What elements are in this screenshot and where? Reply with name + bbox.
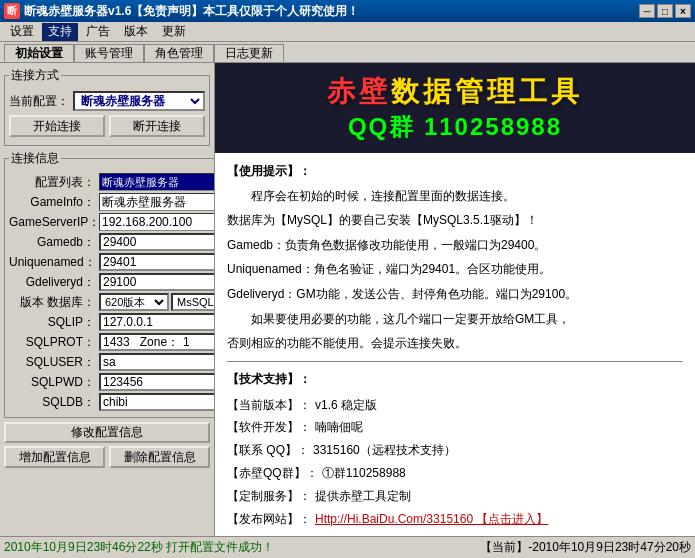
config-list-value: 断魂赤壁服务器 bbox=[99, 173, 215, 191]
uniquenamed-row: Uniquenamed： 29401 bbox=[9, 253, 215, 271]
gamedb-label: Gamedb： bbox=[9, 234, 99, 251]
connect-info-legend: 连接信息 bbox=[9, 150, 61, 167]
software-dev-label: 【软件开发】： bbox=[227, 416, 311, 439]
sqlprot-row: SQLPROT： 1433 Zone： 1 bbox=[9, 333, 215, 351]
modify-config-button[interactable]: 修改配置信息 bbox=[4, 422, 210, 443]
tech-support: 【技术支持】： 【当前版本】： v1.6 稳定版 【软件开发】： 喃喃佃呢 【联… bbox=[227, 368, 683, 531]
tab-log-update[interactable]: 日志更新 bbox=[214, 44, 284, 62]
banner-title-red: 赤壁 bbox=[327, 76, 391, 107]
maximize-button[interactable]: □ bbox=[657, 4, 673, 18]
chibi-qq-label: 【赤壁QQ群】： bbox=[227, 462, 318, 485]
sqlprot-label: SQLPROT： bbox=[9, 334, 99, 351]
sqlip-value[interactable]: 127.0.0.1 bbox=[99, 313, 215, 331]
version-label: 版本 数据库： bbox=[9, 294, 99, 311]
title-bar: 断 断魂赤壁服务器v1.6【免责声明】本工具仅限于个人研究使用！ ─ □ × bbox=[0, 0, 695, 22]
menu-settings[interactable]: 设置 bbox=[4, 23, 40, 41]
tip2: 数据库为【MySQL】的要自己安装【MySQL3.5.1驱动】！ bbox=[227, 210, 683, 232]
connect-method-legend: 连接方式 bbox=[9, 67, 61, 84]
sqldb-value[interactable]: chibi bbox=[99, 393, 215, 411]
website-value[interactable]: Http://Hi.BaiDu.Com/3315160 【点击进入】 bbox=[315, 508, 548, 531]
contact-qq-row: 【联系 QQ】： 3315160（远程技术支持） bbox=[227, 439, 683, 462]
menu-ads[interactable]: 广告 bbox=[80, 23, 116, 41]
sqluser-label: SQLUSER： bbox=[9, 354, 99, 371]
db-select[interactable]: MsSQL库 bbox=[171, 293, 215, 311]
zone-label: Zone： bbox=[140, 334, 179, 351]
tip5: Gdeliveryd：GM功能，发送公告、封停角色功能。端口为29100。 bbox=[227, 284, 683, 306]
sqlpwd-value[interactable]: 123456 bbox=[99, 373, 215, 391]
menu-bar: 设置 支持 广告 版本 更新 bbox=[0, 22, 695, 42]
tip6: 如果要使用必要的功能，这几个端口一定要开放给GM工具， bbox=[227, 309, 683, 331]
left-panel: 连接方式 当前配置： 断魂赤壁服务器 开始连接 断开连接 连接信息 配置列表： … bbox=[0, 63, 215, 536]
info-content: 【使用提示】： 程序会在初始的时候，连接配置里面的数据连接。 数据库为【MySQ… bbox=[215, 153, 695, 536]
status-left: 2010年10月9日23时46分22秒 打开配置文件成功！ bbox=[4, 539, 472, 556]
add-delete-row: 增加配置信息 删除配置信息 bbox=[4, 446, 210, 468]
delete-config-button[interactable]: 删除配置信息 bbox=[109, 446, 210, 468]
game-info-row: GameInfo： 断魂赤壁服务器 bbox=[9, 193, 215, 211]
tip3: Gamedb：负责角色数据修改功能使用，一般端口为29400。 bbox=[227, 235, 683, 257]
start-connect-button[interactable]: 开始连接 bbox=[9, 115, 105, 137]
version-select[interactable]: 620版本 bbox=[99, 293, 169, 311]
window-controls: ─ □ × bbox=[639, 4, 691, 18]
menu-support[interactable]: 支持 bbox=[42, 23, 78, 41]
sqlprot-value[interactable]: 1433 Zone： 1 bbox=[99, 333, 215, 351]
software-dev-row: 【软件开发】： 喃喃佃呢 bbox=[227, 416, 683, 439]
contact-qq-value: 3315160（远程技术支持） bbox=[313, 439, 456, 462]
stop-connect-button[interactable]: 断开连接 bbox=[109, 115, 205, 137]
custom-label: 【定制服务】： bbox=[227, 485, 311, 508]
sqldb-label: SQLDB： bbox=[9, 394, 99, 411]
gamedb-value[interactable]: 29400 bbox=[99, 233, 215, 251]
close-button[interactable]: × bbox=[675, 4, 691, 18]
uniquenamed-label: Uniquenamed： bbox=[9, 254, 99, 271]
current-config-select[interactable]: 断魂赤壁服务器 bbox=[73, 91, 205, 111]
banner-title: 赤壁数据管理工具 bbox=[327, 73, 583, 111]
main-content: 连接方式 当前配置： 断魂赤壁服务器 开始连接 断开连接 连接信息 配置列表： … bbox=[0, 62, 695, 536]
game-info-label: GameInfo： bbox=[9, 194, 99, 211]
sqldb-row: SQLDB： chibi bbox=[9, 393, 215, 411]
current-config-label: 当前配置： bbox=[9, 93, 69, 110]
add-config-button[interactable]: 增加配置信息 bbox=[4, 446, 105, 468]
app-icon: 断 bbox=[4, 3, 20, 19]
game-info-value: 断魂赤壁服务器 bbox=[99, 193, 215, 211]
sqlpwd-row: SQLPWD： 123456 bbox=[9, 373, 215, 391]
tips-header: 【使用提示】： bbox=[227, 161, 683, 183]
window-title: 断魂赤壁服务器v1.6【免责声明】本工具仅限于个人研究使用！ bbox=[24, 3, 639, 20]
current-version-label: 【当前版本】： bbox=[227, 394, 311, 417]
tab-bar: 初始设置 账号管理 角色管理 日志更新 bbox=[0, 42, 695, 62]
custom-value: 提供赤壁工具定制 bbox=[315, 485, 411, 508]
current-version-value: v1.6 稳定版 bbox=[315, 394, 377, 417]
game-server-ip-row: GameServerIP： 192.168.200.100 bbox=[9, 213, 215, 231]
menu-version[interactable]: 版本 bbox=[118, 23, 154, 41]
software-dev-value: 喃喃佃呢 bbox=[315, 416, 363, 439]
bottom-buttons: 修改配置信息 增加配置信息 删除配置信息 bbox=[4, 422, 210, 468]
status-right: 【当前】-2010年10月9日23时47分20秒 bbox=[480, 539, 691, 556]
uniquenamed-value[interactable]: 29401 bbox=[99, 253, 215, 271]
connect-buttons: 开始连接 断开连接 bbox=[9, 115, 205, 137]
banner: 赤壁数据管理工具 QQ群 110258988 bbox=[215, 63, 695, 153]
tab-initial-setup[interactable]: 初始设置 bbox=[4, 44, 74, 62]
menu-update[interactable]: 更新 bbox=[156, 23, 192, 41]
game-server-ip-value: 192.168.200.100 bbox=[99, 213, 215, 231]
connect-info-section: 连接信息 配置列表： 断魂赤壁服务器 GameInfo： 断魂赤壁服务器 Gam… bbox=[4, 150, 215, 418]
tab-account-management[interactable]: 账号管理 bbox=[74, 44, 144, 62]
gdeliveryd-value[interactable]: 29100 bbox=[99, 273, 215, 291]
gdeliveryd-label: Gdeliveryd： bbox=[9, 274, 99, 291]
chibi-qq-row: 【赤壁QQ群】： ①群110258988 bbox=[227, 462, 683, 485]
minimize-button[interactable]: ─ bbox=[639, 4, 655, 18]
sqlip-label: SQLIP： bbox=[9, 314, 99, 331]
config-list-row: 配置列表： 断魂赤壁服务器 bbox=[9, 173, 215, 191]
sqlpwd-label: SQLPWD： bbox=[9, 374, 99, 391]
website-row: 【发布网站】： Http://Hi.BaiDu.Com/3315160 【点击进… bbox=[227, 508, 683, 531]
current-version-row: 【当前版本】： v1.6 稳定版 bbox=[227, 394, 683, 417]
tip7: 否则相应的功能不能使用。会提示连接失败。 bbox=[227, 333, 683, 355]
chibi-qq-value: ①群110258988 bbox=[322, 462, 406, 485]
contact-qq-label: 【联系 QQ】： bbox=[227, 439, 309, 462]
custom-row: 【定制服务】： 提供赤壁工具定制 bbox=[227, 485, 683, 508]
website-label: 【发布网站】： bbox=[227, 508, 311, 531]
banner-qq: QQ群 110258988 bbox=[348, 111, 562, 143]
sqluser-value[interactable]: sa bbox=[99, 353, 215, 371]
current-config-row: 当前配置： 断魂赤壁服务器 bbox=[9, 91, 205, 111]
connect-method-section: 连接方式 当前配置： 断魂赤壁服务器 开始连接 断开连接 bbox=[4, 67, 210, 146]
config-list-label: 配置列表： bbox=[9, 174, 99, 191]
right-panel: 赤壁数据管理工具 QQ群 110258988 【使用提示】： 程序会在初始的时候… bbox=[215, 63, 695, 536]
tab-role-management[interactable]: 角色管理 bbox=[144, 44, 214, 62]
